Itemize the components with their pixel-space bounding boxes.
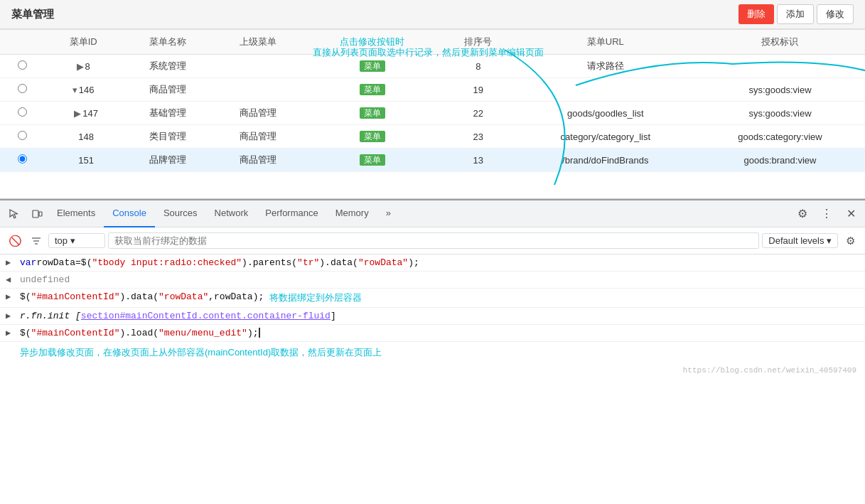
code-link[interactable]: section#mainContentId.content.container-…: [81, 311, 331, 321]
tab-memory[interactable]: Memory: [327, 200, 377, 227]
radio-cell[interactable]: [0, 78, 44, 102]
radio-cell[interactable]: [0, 149, 44, 172]
device-toolbar-icon[interactable]: [26, 203, 48, 225]
bottom-annotation-text: 异步加载修改页面，在修改页面上从外部容器(mainContentId)取数据，然…: [20, 347, 382, 358]
code-string-2: "tr": [297, 257, 319, 268]
table-row: 148 类目管理 商品管理 菜单 23 category/category_li…: [0, 125, 865, 149]
cell-parent: 商品管理: [213, 125, 303, 149]
tag-badge: 菜单: [360, 84, 385, 95]
dropdown-icon: ▾: [70, 235, 75, 246]
expand-icon[interactable]: ▶: [77, 61, 84, 72]
code-end-1: );: [408, 257, 419, 268]
cell-order: 8: [441, 55, 516, 78]
settings-icon[interactable]: ⚙: [791, 203, 814, 225]
code-end-2: );: [247, 328, 259, 338]
code-string-7: "menu/menu_edit": [159, 328, 247, 338]
delete-button[interactable]: 删除: [738, 4, 774, 24]
cell-name: 基础管理: [122, 102, 213, 125]
radio-cell[interactable]: [0, 55, 44, 78]
edit-button[interactable]: 修改: [817, 4, 854, 24]
tag-badge: 菜单: [360, 131, 385, 142]
cell-order: 22: [441, 102, 516, 125]
expand-arrow-4[interactable]: ▶: [6, 328, 11, 338]
col-radio: [0, 30, 44, 55]
tab-more[interactable]: »: [377, 200, 399, 227]
code-string-4: "#mainContentId": [31, 291, 120, 302]
bottom-annotation-line: 异步加载修改页面，在修改页面上从外部容器(mainContentId)取数据，然…: [0, 342, 865, 363]
col-parent: 上级菜单: [213, 30, 303, 55]
top-header: 菜单管理 删除 添加 修改: [0, 0, 865, 29]
device-svg: [31, 208, 43, 220]
filter-input[interactable]: [108, 232, 759, 249]
code-undefined: undefined: [20, 274, 70, 285]
console-output: ▶ var rowData= $( "tbody input:radio:che…: [0, 254, 865, 504]
tag-badge: 菜单: [360, 154, 385, 166]
expand-arrow-1[interactable]: ▶: [6, 257, 11, 268]
cell-url: goods/goodles_list: [516, 102, 695, 125]
col-id: 菜单ID: [44, 30, 122, 55]
log-levels-button[interactable]: Default levels ▾: [762, 233, 838, 248]
context-selector[interactable]: top ▾: [48, 233, 105, 248]
code-string-1: "tbody input:radio:checked": [92, 257, 242, 268]
tab-network[interactable]: Network: [206, 200, 257, 227]
expand-arrow-2[interactable]: ▶: [6, 291, 11, 302]
col-click-hint: 点击修改按钮时: [303, 30, 441, 55]
cell-tag: 菜单: [303, 125, 441, 149]
code-bracket-end: ]: [331, 311, 336, 321]
cell-id: 148: [44, 125, 122, 149]
more-options-icon[interactable]: ⋮: [815, 203, 838, 225]
add-button[interactable]: 添加: [777, 4, 814, 24]
cell-auth: goods:brand:view: [695, 149, 865, 172]
tab-console[interactable]: Console: [104, 200, 155, 227]
cell-name: 品牌管理: [122, 149, 213, 172]
cell-auth: [695, 55, 865, 78]
cell-auth: goods:category:view: [695, 125, 865, 149]
code-rfinit: r.fn.init [: [20, 311, 81, 321]
button-group: 删除 添加 修改: [738, 4, 854, 24]
table-row: ▶147 基础管理 商品管理 菜单 22 goods/goodles_list …: [0, 102, 865, 125]
cell-url: [516, 78, 695, 102]
cell-order: 19: [441, 78, 516, 102]
tab-elements[interactable]: Elements: [48, 200, 104, 227]
cell-name: 商品管理: [122, 78, 213, 102]
cell-name: 系统管理: [122, 55, 213, 78]
page-title: 菜单管理: [11, 8, 54, 21]
cell-parent: 商品管理: [213, 102, 303, 125]
code-comma: ,rowData);: [208, 291, 269, 302]
cell-url: /brand/doFindBrands: [516, 149, 695, 172]
clear-console-icon[interactable]: 🚫: [6, 232, 24, 250]
inspect-element-icon[interactable]: [3, 203, 26, 225]
console-line-2: ◀ undefined: [0, 272, 865, 289]
tab-performance[interactable]: Performance: [257, 200, 326, 227]
tag-badge: 菜单: [360, 107, 385, 119]
console-toolbar: 🚫 top ▾ Default levels ▾ ⚙: [0, 227, 865, 254]
close-devtools-icon[interactable]: ✕: [839, 203, 862, 225]
radio-cell[interactable]: [0, 125, 44, 149]
cell-id: ▶8: [44, 55, 122, 78]
console-line-4: ▶ r.fn.init [ section#mainContentId.cont…: [0, 308, 865, 325]
cell-tag: 菜单: [303, 102, 441, 125]
cell-parent: 商品管理: [213, 149, 303, 172]
console-settings-icon[interactable]: ⚙: [841, 232, 859, 250]
filter-svg: [31, 236, 41, 246]
code-comment-1: 将数据绑定到外层容器: [269, 291, 362, 304]
expand-icon[interactable]: ▾: [72, 85, 77, 95]
watermark: https://blog.csdn.net/weixin_40597409: [0, 363, 865, 377]
expand-icon[interactable]: ▶: [74, 108, 81, 119]
expand-arrow-3[interactable]: ▶: [6, 311, 11, 321]
table-row: ▾146 商品管理 菜单 19 sys:goods:view: [0, 78, 865, 102]
show-sidebar-icon[interactable]: [27, 232, 45, 250]
devtools-panel: Elements Console Sources Network Perform…: [0, 199, 865, 504]
svg-rect-0: [33, 210, 38, 218]
tab-sources[interactable]: Sources: [155, 200, 206, 227]
col-name: 菜单名称: [122, 30, 213, 55]
col-url: 菜单URL: [516, 30, 695, 55]
col-auth: 授权标识: [695, 30, 865, 55]
code-chain-1: ).parents(: [242, 257, 297, 268]
code-dollar-2: $(: [20, 291, 31, 302]
cell-id: ▶147: [44, 102, 122, 125]
radio-cell[interactable]: [0, 102, 44, 125]
cursor-blink: [259, 328, 260, 338]
console-line-1: ▶ var rowData= $( "tbody input:radio:che…: [0, 254, 865, 272]
cell-id: ▾146: [44, 78, 122, 102]
